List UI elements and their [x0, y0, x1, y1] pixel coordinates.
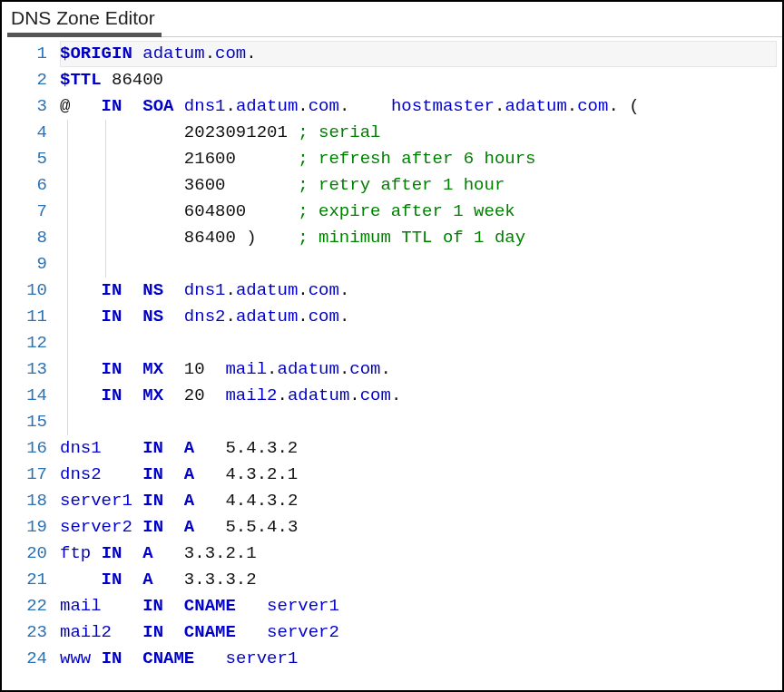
token-kw: A [184, 517, 194, 537]
token-host: adatum [277, 359, 338, 379]
token-plain: 5.4.3.2 [194, 438, 298, 458]
code-editor[interactable]: 123456789101112131415161718192021222324 … [2, 37, 782, 690]
line-number: 3 [2, 93, 47, 120]
token-kw: IN [102, 359, 122, 379]
token-host: dns1 [184, 96, 226, 116]
code-line[interactable]: IN NS dns1.adatum.com. [60, 278, 782, 304]
app-window: DNS Zone Editor 123456789101112131415161… [0, 0, 784, 692]
line-number: 6 [2, 172, 47, 199]
token-host: mail [60, 596, 102, 616]
code-line[interactable]: 2023091201 ; serial [60, 120, 782, 146]
token-plain [102, 438, 143, 458]
token-plain [122, 543, 142, 563]
token-plain: 3.3.3.2 [153, 570, 257, 590]
token-plain [132, 44, 142, 63]
token-plain [122, 307, 142, 327]
code-line[interactable] [60, 409, 782, 435]
token-kw: IN [142, 622, 163, 642]
code-line[interactable]: server1 IN A 4.4.3.2 [60, 488, 782, 514]
indent-guide [105, 120, 106, 278]
line-number-gutter: 123456789101112131415161718192021222324 [2, 41, 60, 690]
token-plain: 4.4.3.2 [194, 491, 298, 511]
line-number: 23 [2, 619, 47, 646]
window-title: DNS Zone Editor [2, 2, 782, 33]
code-line[interactable]: 604800 ; expire after 1 week [60, 199, 782, 225]
code-line[interactable]: IN MX 10 mail.adatum.com. [60, 356, 782, 383]
code-area[interactable]: $ORIGIN adatum.com.$TTL 86400@ IN SOA dn… [60, 41, 782, 690]
token-plain: . [339, 359, 349, 379]
token-cmt: ; refresh after 6 hours [298, 149, 535, 169]
token-plain: . [277, 385, 287, 405]
token-host: com [360, 385, 391, 405]
token-plain: 604800 [60, 201, 298, 221]
code-line[interactable]: dns1 IN A 5.4.3.2 [60, 435, 782, 462]
token-cmt: ; serial [298, 122, 380, 142]
token-kw: IN [102, 280, 122, 300]
token-plain [60, 280, 102, 300]
token-host: adatum [142, 44, 204, 63]
token-plain: . [225, 96, 235, 116]
token-kw: MX [142, 359, 163, 379]
line-number: 18 [2, 488, 47, 514]
code-line[interactable]: IN NS dns2.adatum.com. [60, 304, 782, 330]
token-kw: IN [102, 648, 122, 668]
token-host: mail2 [60, 622, 112, 642]
token-host: mail2 [225, 385, 277, 405]
token-plain [163, 464, 184, 484]
token-plain [122, 359, 142, 379]
token-plain: . [339, 280, 349, 300]
token-plain [60, 254, 70, 274]
token-plain: 2023091201 [60, 122, 298, 142]
token-plain [173, 96, 183, 116]
code-line[interactable]: mail2 IN CNAME server2 [60, 619, 782, 646]
token-kw: IN [142, 438, 163, 458]
code-line[interactable]: @ IN SOA dns1.adatum.com. hostmaster.ada… [60, 93, 782, 120]
token-plain: . ( [608, 96, 639, 116]
token-plain [236, 596, 267, 616]
token-plain [163, 438, 184, 458]
token-plain [102, 464, 143, 484]
code-line[interactable]: server2 IN A 5.5.4.3 [60, 514, 782, 541]
line-number: 16 [2, 435, 47, 462]
code-line[interactable]: dns2 IN A 4.3.2.1 [60, 462, 782, 488]
token-host: adatum [505, 96, 566, 116]
token-kw: A [142, 570, 152, 590]
line-number: 17 [2, 462, 47, 488]
token-plain: 3.3.2.1 [153, 543, 257, 563]
token-plain [60, 385, 102, 405]
token-kw: IN [102, 385, 122, 405]
code-line[interactable]: 21600 ; refresh after 6 hours [60, 146, 782, 172]
token-kw: CNAME [184, 622, 236, 642]
token-cmt: ; expire after 1 week [298, 201, 514, 221]
token-host: dns2 [184, 307, 226, 327]
code-line[interactable]: 86400 ) ; minimum TTL of 1 day [60, 225, 782, 251]
code-line[interactable]: $ORIGIN adatum.com. [60, 41, 782, 67]
code-line[interactable]: ftp IN A 3.3.2.1 [60, 541, 782, 567]
token-host: adatum [236, 96, 298, 116]
line-number: 20 [2, 541, 47, 567]
token-plain [194, 648, 225, 668]
code-line[interactable] [60, 330, 782, 356]
line-number: 7 [2, 199, 47, 225]
code-line[interactable]: IN MX 20 mail2.adatum.com. [60, 383, 782, 409]
line-number: 15 [2, 409, 47, 435]
token-plain [163, 307, 184, 327]
code-line[interactable] [60, 251, 782, 278]
token-plain: 4.3.2.1 [194, 464, 298, 484]
token-host: server2 [60, 517, 132, 537]
token-host: com [309, 307, 339, 327]
token-plain: 86400 [112, 70, 163, 90]
token-cmt: ; minimum TTL of 1 day [298, 228, 525, 248]
token-plain: . [381, 359, 391, 379]
code-line[interactable]: 3600 ; retry after 1 hour [60, 172, 782, 199]
code-line[interactable]: mail IN CNAME server1 [60, 593, 782, 619]
token-plain [60, 359, 102, 379]
code-line[interactable]: IN A 3.3.3.2 [60, 567, 782, 593]
token-plain [112, 622, 142, 642]
token-plain: . [567, 96, 577, 116]
token-plain: 20 [163, 385, 225, 405]
line-number: 21 [2, 567, 47, 593]
code-line[interactable]: $TTL 86400 [60, 67, 782, 93]
code-line[interactable]: www IN CNAME server1 [60, 646, 782, 672]
token-kw: $TTL [60, 70, 102, 90]
